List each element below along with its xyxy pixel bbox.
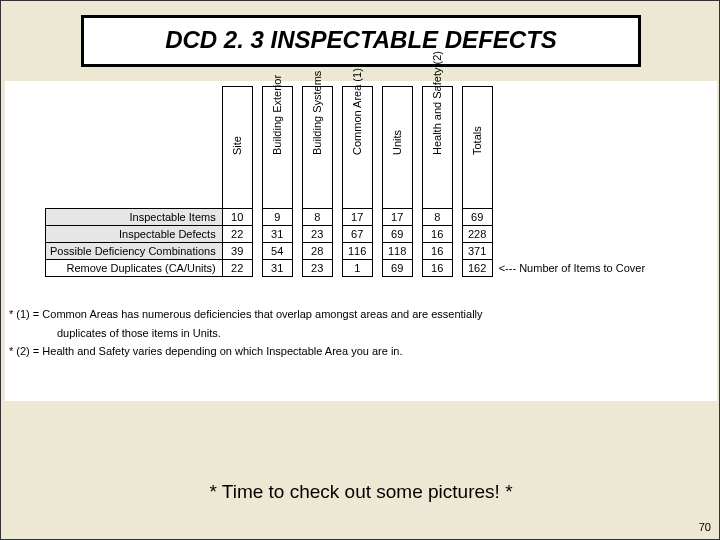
cell: 23 [302, 260, 332, 277]
col-units: Units [382, 87, 412, 209]
table-row: Inspectable Items10981717869 [46, 209, 650, 226]
col-totals: Totals [462, 87, 492, 209]
cell: 69 [382, 226, 412, 243]
cell: 67 [342, 226, 372, 243]
cell: 16 [422, 226, 452, 243]
footnote-line: * (2) = Health and Safety varies dependi… [9, 343, 483, 360]
cell: 16 [422, 260, 452, 277]
row-label: Inspectable Defects [46, 226, 223, 243]
cell: 39 [222, 243, 252, 260]
row-label: Inspectable Items [46, 209, 223, 226]
cell: 69 [382, 260, 412, 277]
total-cell: 228 [462, 226, 492, 243]
footnote-line: * (1) = Common Areas has numerous defici… [9, 306, 483, 323]
row-annotation [492, 243, 649, 260]
col-health-safety: Health and Safety (2) [422, 87, 452, 209]
col-common-area: Common Area (1) [342, 87, 372, 209]
callout-text: * Time to check out some pictures! * [1, 481, 720, 503]
table-row: Possible Deficiency Combinations39542811… [46, 243, 650, 260]
cell: 8 [422, 209, 452, 226]
page-number: 70 [699, 521, 711, 533]
cell: 23 [302, 226, 332, 243]
row-annotation: <--- Number of Items to Cover [492, 260, 649, 277]
cell: 31 [262, 226, 292, 243]
cell: 22 [222, 260, 252, 277]
total-cell: 371 [462, 243, 492, 260]
cell: 116 [342, 243, 372, 260]
total-cell: 162 [462, 260, 492, 277]
col-site: Site [222, 87, 252, 209]
cell: 16 [422, 243, 452, 260]
page-title: DCD 2. 3 INSPECTABLE DEFECTS [94, 26, 628, 54]
table-container: Site Building Exterior Building Systems … [45, 86, 705, 277]
header-row: Site Building Exterior Building Systems … [46, 87, 650, 209]
corner-blank [46, 87, 223, 209]
row-annotation [492, 226, 649, 243]
cell: 118 [382, 243, 412, 260]
cell: 22 [222, 226, 252, 243]
cell: 10 [222, 209, 252, 226]
row-annotation [492, 209, 649, 226]
cell: 1 [342, 260, 372, 277]
col-building-systems: Building Systems [302, 87, 332, 209]
cell: 28 [302, 243, 332, 260]
cell: 17 [342, 209, 372, 226]
total-cell: 69 [462, 209, 492, 226]
cell: 54 [262, 243, 292, 260]
defects-table: Site Building Exterior Building Systems … [45, 86, 650, 277]
footnote-continuation: duplicates of those items in Units. [9, 325, 483, 342]
row-label: Remove Duplicates (CA/Units) [46, 260, 223, 277]
col-building-exterior: Building Exterior [262, 87, 292, 209]
cell: 9 [262, 209, 292, 226]
title-box: DCD 2. 3 INSPECTABLE DEFECTS [81, 15, 641, 67]
cell: 17 [382, 209, 412, 226]
table-row: Inspectable Defects223123676916228 [46, 226, 650, 243]
row-label: Possible Deficiency Combinations [46, 243, 223, 260]
table-row: Remove Duplicates (CA/Units)223123169161… [46, 260, 650, 277]
cell: 31 [262, 260, 292, 277]
footnotes: * (1) = Common Areas has numerous defici… [9, 306, 483, 362]
cell: 8 [302, 209, 332, 226]
content-panel: Site Building Exterior Building Systems … [5, 81, 717, 401]
